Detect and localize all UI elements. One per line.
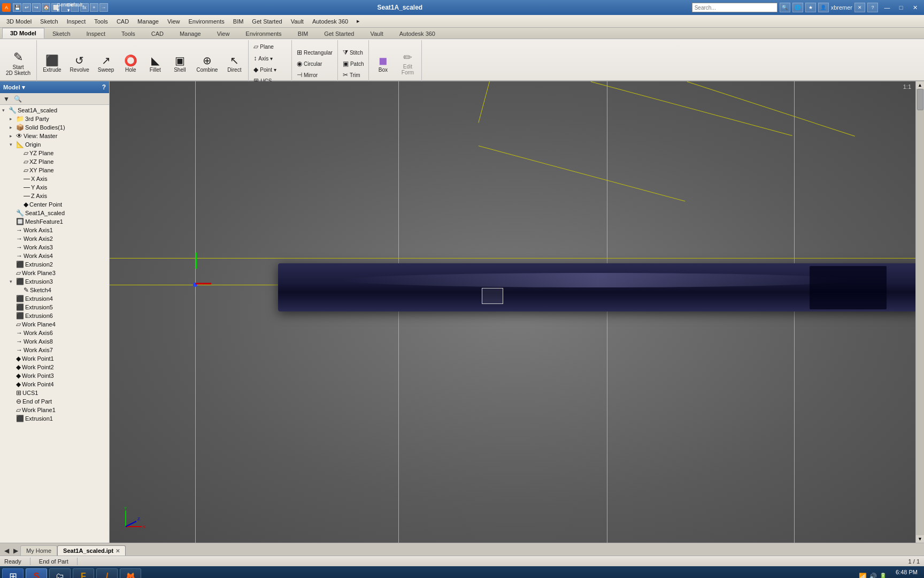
tree-item-yz-plane[interactable]: ▱YZ Plane [0, 149, 109, 157]
tab-manage[interactable]: Manage [172, 28, 209, 39]
patch-btn[interactable]: ▣ Patch [340, 58, 367, 69]
toolbar-zoom-icon[interactable]: 🔍 [13, 95, 23, 103]
tree-item-ucs1[interactable]: ⊞UCS1 [0, 389, 109, 397]
tree-item-sketch4[interactable]: ✎Sketch4 [0, 286, 109, 294]
tab-seat1a-close[interactable]: ✕ [116, 548, 120, 554]
menu-view[interactable]: View [163, 17, 184, 26]
search-btn[interactable]: 🔍 [780, 3, 790, 12]
tree-item-solid-bodies[interactable]: ▸📦Solid Bodies(1) [0, 123, 109, 132]
tree-item-work-plane1[interactable]: ▱Work Plane1 [0, 406, 109, 414]
taskbar-firefox[interactable]: 🦊 [120, 568, 141, 578]
tree-item-work-axis3[interactable]: →Work Axis3 [0, 243, 109, 252]
sidebar-expand-icon[interactable]: ? [102, 83, 106, 91]
tab-seat1a[interactable]: Seat1A_scaled.ipt ✕ [57, 545, 126, 556]
bookmark-btn[interactable]: ★ [805, 3, 816, 12]
tree-item-work-plane4[interactable]: ▱Work Plane4 [0, 320, 109, 329]
shell-btn[interactable]: ▣ Shell [168, 48, 191, 80]
tree-item-work-point1[interactable]: ◆Work Point1 [0, 354, 109, 363]
tree-item-end-of-part[interactable]: ⊖End of Part [0, 397, 109, 406]
fx-btn[interactable]: fx [80, 3, 89, 12]
toolbar-filter-icon[interactable]: ▼ [2, 95, 11, 103]
tab-vault[interactable]: Vault [362, 28, 391, 39]
menu-tools[interactable]: Tools [90, 17, 112, 26]
hole-btn[interactable]: ⭕ Hole [119, 48, 142, 80]
menu-sketch[interactable]: Sketch [36, 17, 63, 26]
menu-manage[interactable]: Manage [133, 17, 163, 26]
tree-item-x-axis[interactable]: —X Axis [0, 174, 109, 183]
user-icon[interactable]: 👤 [818, 3, 829, 12]
tree-item-mesh-feature1[interactable]: 🔲MeshFeature1 [0, 217, 109, 226]
tree-item-extrusion3[interactable]: ▾⬛Extrusion3 [0, 277, 109, 286]
tree-item-seat1a-ref[interactable]: 🔧Seat1A_scaled [0, 209, 109, 217]
tab-nav-left[interactable]: ◀ [2, 546, 11, 556]
undo-btn[interactable]: ↩ [22, 3, 31, 12]
tree-item-extrusion2[interactable]: ⬛Extrusion2 [0, 260, 109, 269]
tree-item-xy-plane[interactable]: ▱XY Plane [0, 166, 109, 174]
axis-btn[interactable]: ↕ Axis ▾ [251, 53, 279, 64]
default-dropdown[interactable]: Default ▾ [71, 3, 79, 12]
box-btn[interactable]: ◼ Box [371, 48, 395, 80]
tree-item-work-plane3[interactable]: ▱Work Plane3 [0, 269, 109, 277]
taskbar-file-manager[interactable]: 🗂 [49, 568, 71, 578]
rectangular-btn[interactable]: ⊞ Rectangular [294, 47, 335, 58]
menu-inspect[interactable]: Inspect [63, 17, 90, 26]
minimize-btn[interactable]: — [880, 0, 894, 15]
maximize-btn[interactable]: □ [894, 0, 908, 15]
arrow-btn[interactable]: → [99, 3, 108, 12]
scroll-down-btn[interactable]: ▼ [916, 535, 924, 543]
tab-bim[interactable]: BIM [290, 28, 317, 39]
search-input[interactable] [692, 3, 777, 12]
online-btn[interactable]: 🌐 [792, 3, 803, 12]
viewport[interactable]: X Y Z 1:1 ▲ ▼ [110, 81, 924, 543]
taskbar-app-f[interactable]: F [73, 568, 94, 578]
scroll-thumb[interactable] [917, 89, 923, 110]
tree-item-work-axis2[interactable]: →Work Axis2 [0, 234, 109, 243]
menu-get-started[interactable]: Get Started [248, 17, 286, 26]
tree-item-xz-plane[interactable]: ▱XZ Plane [0, 157, 109, 166]
tree-item-extrusion6[interactable]: ⬛Extrusion6 [0, 311, 109, 320]
circular-btn[interactable]: ◉ Circular [294, 58, 335, 69]
tree-item-extrusion5[interactable]: ⬛Extrusion5 [0, 303, 109, 311]
close-btn[interactable]: ✕ [908, 0, 922, 15]
tree-item-work-axis4[interactable]: →Work Axis4 [0, 252, 109, 260]
tree-item-work-axis1[interactable]: →Work Axis1 [0, 226, 109, 234]
revolve-btn[interactable]: ↺ Revolve [66, 48, 93, 80]
tab-tools[interactable]: Tools [113, 28, 143, 39]
tab-autodesk360[interactable]: Autodesk 360 [391, 28, 443, 39]
menu-cad[interactable]: CAD [112, 17, 133, 26]
tab-get-started[interactable]: Get Started [316, 28, 362, 39]
menu-bim[interactable]: BIM [229, 17, 248, 26]
menu-environments[interactable]: Environments [184, 17, 229, 26]
tree-item-extrusion1[interactable]: ⬛Extrusion1 [0, 414, 109, 423]
tab-nav-right[interactable]: ▶ [11, 546, 20, 556]
tree-item-center-point[interactable]: ◆Center Point [0, 200, 109, 209]
fillet-btn[interactable]: ◣ Fillet [143, 48, 167, 80]
menu-more[interactable]: ▸ [352, 17, 364, 26]
menu-autodesk360[interactable]: Autodesk 360 [308, 17, 352, 26]
tree-item-y-axis[interactable]: —Y Axis [0, 183, 109, 192]
viewport-scrollbar[interactable]: ▲ ▼ [915, 81, 924, 543]
tab-environments[interactable]: Environments [237, 28, 289, 39]
tab-my-home[interactable]: My Home [20, 545, 57, 556]
stitch-btn[interactable]: ⧩ Stitch [340, 47, 367, 58]
taskbar-app-i[interactable]: I [96, 568, 118, 578]
tree-item-extrusion4[interactable]: ⬛Extrusion4 [0, 294, 109, 303]
tree-item-origin[interactable]: ▾📐Origin [0, 140, 109, 149]
tree-item-z-axis[interactable]: —Z Axis [0, 192, 109, 200]
redo-btn[interactable]: ↪ [32, 3, 41, 12]
tree-item-work-axis6[interactable]: →Work Axis6 [0, 329, 109, 337]
tab-3d-model[interactable]: 3D Model [2, 28, 44, 39]
home-btn[interactable]: 🏠 [42, 3, 50, 12]
scroll-up-btn[interactable]: ▲ [916, 81, 924, 89]
trim-btn[interactable]: ✂ Trim [340, 70, 367, 80]
plane-btn[interactable]: ▱ Plane [251, 41, 279, 52]
tree-item-view-master[interactable]: ▸👁View: Master [0, 132, 109, 140]
close-acct-btn[interactable]: ✕ [854, 3, 865, 12]
menu-3d-model[interactable]: 3D Model [2, 17, 36, 26]
extrude-btn[interactable]: ⬛ Extrude [39, 48, 65, 80]
tab-sketch[interactable]: Sketch [44, 28, 79, 39]
tree-item-3rd-party[interactable]: ▸📁3rd Party [0, 115, 109, 123]
tab-view[interactable]: View [209, 28, 238, 39]
tab-inspect[interactable]: Inspect [79, 28, 113, 39]
taskbar-autodesk[interactable]: S [26, 568, 47, 578]
